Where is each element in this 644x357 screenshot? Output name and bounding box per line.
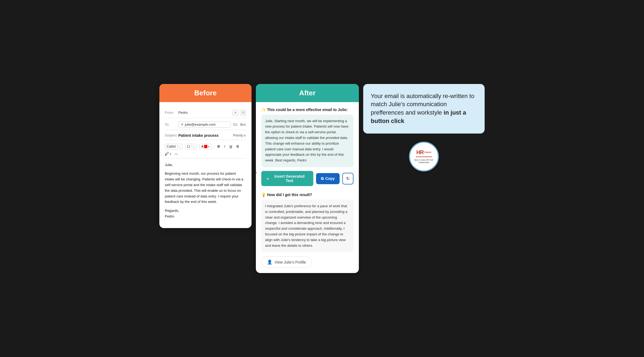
view-profile-label: View Julie's Profile xyxy=(275,260,306,264)
svg-marker-0 xyxy=(256,166,257,180)
badge-subtitle: Best In Class HR Tech Collaboration xyxy=(414,159,433,164)
email-signoff: Regards, Pedro xyxy=(165,208,246,219)
insert-generated-text-button[interactable]: « Insert Generated Text xyxy=(261,171,313,186)
hr-badge: HR TODAY Best In Class HR Tech Collabora… xyxy=(409,142,439,171)
to-email: julie@example.com xyxy=(185,122,216,126)
email-paragraph: Beginning next month, our process for pa… xyxy=(165,171,246,205)
green-arrow-icon xyxy=(256,163,260,182)
priority-chevron-icon: ∨ xyxy=(244,134,246,137)
how-explanation-text: I integrated Julie's preference for a pa… xyxy=(265,204,347,248)
toolbar-separator-1 xyxy=(214,144,214,149)
copy-icon: ⧉ xyxy=(321,176,324,181)
how-section: 💡 How did I get this result? I integrate… xyxy=(261,193,353,252)
copy-button[interactable]: ⧉ Copy xyxy=(316,173,340,184)
profile-link-icon[interactable]: ⊡ xyxy=(240,110,246,116)
insert-btn-label: Insert Generated Text xyxy=(271,174,308,183)
highlight-icon: 🖊 xyxy=(165,151,169,156)
font-color-selector[interactable]: A ∨ xyxy=(199,144,212,149)
how-text-box: I integrated Julie's preference for a pa… xyxy=(261,200,353,252)
underline-button[interactable]: U xyxy=(228,144,233,149)
copy-btn-label: Copy xyxy=(325,176,335,181)
color-dot xyxy=(204,145,207,148)
email-greeting: Julie, xyxy=(165,162,246,168)
person-icon: 👤 xyxy=(267,259,272,265)
bcc-btn[interactable]: Bcc xyxy=(240,122,246,126)
bold-button[interactable]: B xyxy=(216,144,221,149)
from-actions: ∧ ⊡ xyxy=(233,110,246,116)
ai-section-title: ✨ This could be a more effective email t… xyxy=(261,108,353,112)
after-title: After xyxy=(261,89,354,97)
strikethrough-button[interactable]: S xyxy=(235,144,240,149)
ai-title-text: This could be a more effective email to … xyxy=(267,108,348,112)
from-field: From: Pedro ∧ ⊡ xyxy=(165,108,246,118)
expand-icon[interactable]: ∧ xyxy=(233,110,239,116)
cc-bcc: Cc Bcc xyxy=(233,122,246,126)
generated-text-box: Julie, Starting next month, we will be i… xyxy=(261,115,353,167)
subject-text[interactable]: Patient intake process xyxy=(178,133,233,138)
hr-today-text: TODAY xyxy=(424,151,432,154)
font-color-letter: A xyxy=(201,145,204,148)
generated-text: Julie, Starting next month, we will be i… xyxy=(265,119,349,163)
to-input[interactable]: ⊗ julie@example.com xyxy=(178,121,231,128)
before-body: From: Pedro ∧ ⊡ To: ⊗ julie@example.com … xyxy=(159,102,252,228)
email-body: Julie, Beginning next month, our process… xyxy=(165,162,246,219)
magic-wand-icon: ✨ xyxy=(261,108,266,112)
after-header: After xyxy=(256,84,359,102)
how-title-text: How did I get this result? xyxy=(267,193,312,197)
badge-container: HR TODAY Best In Class HR Tech Collabora… xyxy=(363,142,485,171)
how-section-title: 💡 How did I get this result? xyxy=(261,193,353,197)
priority-label: Priority xyxy=(233,134,243,137)
subject-label: Subject: xyxy=(165,133,178,137)
insert-chevrons-icon: « xyxy=(267,176,269,181)
view-profile-button[interactable]: 👤 View Julie's Profile xyxy=(261,257,312,268)
arrow-indicator xyxy=(256,163,260,183)
italic-button[interactable]: I xyxy=(223,144,226,149)
font-name: Calibri xyxy=(167,145,176,148)
refresh-icon: ↻ xyxy=(346,176,350,181)
size-chevron-icon: ⌃⌄ xyxy=(191,145,195,148)
font-size-value: 11 xyxy=(187,145,190,148)
color-chevron-icon: ∨ xyxy=(208,145,210,148)
font-chevron-icon: ⌃⌄ xyxy=(176,145,181,148)
before-title: Before xyxy=(164,89,247,97)
more-options-button[interactable]: ··· xyxy=(174,151,179,157)
bulb-icon: 💡 xyxy=(261,193,266,197)
to-x-icon: ⊗ xyxy=(181,122,183,126)
action-buttons-row: « Insert Generated Text ⧉ Copy ↻ xyxy=(261,171,353,186)
tagline-card: Your email is automatically re-written t… xyxy=(363,84,485,134)
before-card: Before From: Pedro ∧ ⊡ To: ⊗ julie@examp… xyxy=(159,84,252,228)
to-label: To: xyxy=(165,122,178,126)
right-panel: Your email is automatically re-written t… xyxy=(363,84,485,171)
from-label: From: xyxy=(165,111,178,115)
from-value: Pedro xyxy=(178,111,233,115)
cc-btn[interactable]: Cc xyxy=(233,122,237,126)
after-body: ✨ This could be a more effective email t… xyxy=(256,102,359,273)
font-size-selector[interactable]: 11 ⌃⌄ xyxy=(185,144,197,149)
to-field: To: ⊗ julie@example.com Cc Bcc xyxy=(165,119,246,130)
after-card: After ✨ This could be a more effective e… xyxy=(256,84,359,273)
main-container: Before From: Pedro ∧ ⊡ To: ⊗ julie@examp… xyxy=(159,84,485,273)
priority-badge[interactable]: Priority ∨ xyxy=(233,134,246,137)
highlight-chevron-icon: ∨ xyxy=(170,152,172,155)
before-header: Before xyxy=(159,84,252,102)
formatting-toolbar: Calibri ⌃⌄ 11 ⌃⌄ A ∨ B I U S 🖊 xyxy=(165,142,246,158)
font-selector[interactable]: Calibri ⌃⌄ xyxy=(165,144,183,149)
hr-logo-text: HR xyxy=(416,149,424,155)
subject-field: Subject: Patient intake process Priority… xyxy=(165,131,246,140)
refresh-button[interactable]: ↻ xyxy=(342,173,353,184)
highlight-selector[interactable]: 🖊 ∨ xyxy=(165,151,172,156)
